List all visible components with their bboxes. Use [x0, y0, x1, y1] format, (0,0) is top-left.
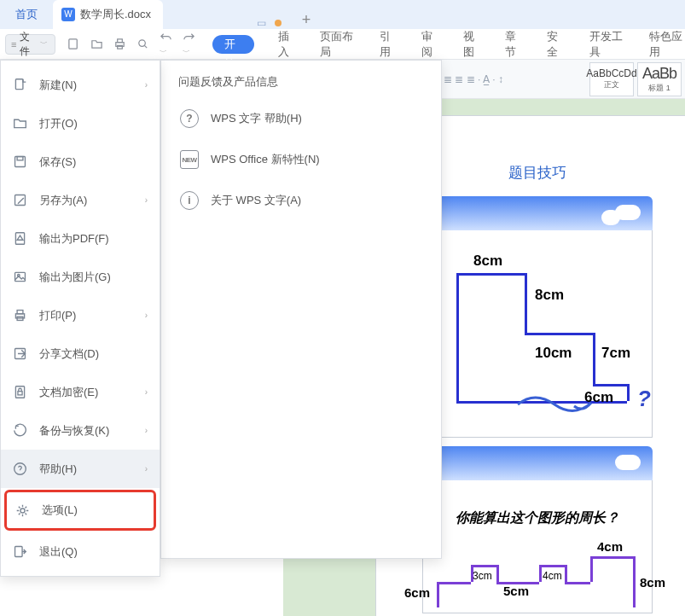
svg-rect-2	[117, 39, 122, 43]
file-menu: 新建(N)› 打开(O) 保存(S) 另存为(A)› 输出为PDF(F) 输出为…	[0, 60, 160, 577]
tab-unsaved-dot	[275, 20, 282, 26]
chevron-right-icon: ›	[145, 195, 148, 205]
dim-mid: 5cm	[503, 584, 529, 598]
tab-document[interactable]: W 数学周长.docx	[53, 0, 163, 29]
qa-new-icon[interactable]	[67, 38, 80, 50]
ribbon-tabs: 开始 插入 页面布局 引用 审阅 视图 章节 安全 开发工具 特色应用	[212, 29, 685, 60]
chevron-right-icon: ›	[145, 311, 148, 320]
svg-point-19	[20, 508, 25, 512]
dim-left: 6cm	[404, 585, 430, 600]
chevron-right-icon: ›	[145, 464, 148, 474]
cloud-icon	[615, 455, 641, 470]
dim-r1: 8cm	[535, 287, 564, 304]
hamburger-icon: ≡	[11, 39, 16, 49]
menu-item-options[interactable]: 选项(L)	[4, 490, 156, 531]
style-normal[interactable]: AaBbCcDd 正文	[589, 62, 634, 96]
ribbon-tab-special[interactable]: 特色应用	[649, 29, 685, 60]
dim-r2: 7cm	[601, 345, 630, 362]
chevron-right-icon: ›	[145, 426, 148, 435]
svg-point-4	[138, 40, 145, 47]
ribbon-tab-devtools[interactable]: 开发工具	[589, 29, 625, 60]
dim-mid: 10cm	[535, 345, 572, 362]
figure-1: 8cm 8cm 10cm 7cm 6cm ?	[422, 196, 653, 438]
tab-home[interactable]: 首页	[0, 0, 53, 29]
figure2-title: 你能算出这个图形的周长？	[428, 509, 647, 527]
l-shape: 8cm 8cm 10cm 7cm 6cm ?	[439, 258, 636, 411]
style-normal-preview: AaBbCcDd	[586, 67, 636, 79]
svg-rect-5	[15, 79, 23, 90]
ribbon-tab-references[interactable]: 引用	[380, 29, 398, 60]
toolbar: ≡ 文件 ﹀ ﹀ ﹀ 开始 插入 页面布局 引用 审阅 视图 章节 安全 开发工…	[0, 29, 685, 60]
menu-item-save[interactable]: 保存(S)	[1, 142, 160, 181]
dim-unknown: ?	[637, 386, 651, 412]
menu-item-share[interactable]: 分享文档(D)	[1, 334, 160, 373]
figure-body: 8cm 8cm 10cm 7cm 6cm ?	[422, 230, 653, 438]
figure-body: 你能算出这个图形的周长？ 6cm 3cm 5cm 4cm 4cm	[422, 480, 653, 613]
qa-print-icon[interactable]	[113, 38, 126, 50]
dim-top: 8cm	[473, 253, 502, 270]
qa-open-icon[interactable]	[90, 38, 103, 50]
tab-document-title: 数学周长.docx	[80, 7, 151, 22]
figure-sky	[422, 196, 653, 230]
qa-preview-icon[interactable]	[136, 38, 149, 50]
submenu-item-about[interactable]: i关于 WPS 文字(A)	[170, 180, 432, 221]
quick-access: ﹀ ﹀	[67, 31, 195, 58]
tab-bar: 首页 W 数学周长.docx ▭ +	[0, 0, 685, 29]
ribbon-tab-review[interactable]: 审阅	[421, 29, 439, 60]
tab-device-icon[interactable]: ▭	[257, 17, 266, 29]
chevron-down-icon: ﹀	[40, 38, 48, 49]
menu-item-exit[interactable]: 退出(Q)	[1, 532, 160, 571]
question-swirl-icon	[516, 394, 593, 415]
ribbon-tab-view[interactable]: 视图	[463, 29, 481, 60]
chevron-right-icon: ›	[145, 387, 148, 397]
tab-indicators: ▭	[257, 17, 282, 29]
submenu-item-new-features[interactable]: NEWWPS Office 新特性(N)	[170, 139, 432, 180]
menu-item-new[interactable]: 新建(N)›	[1, 66, 160, 104]
submenu-item-help[interactable]: ?WPS 文字 帮助(H)	[170, 98, 432, 139]
dim-top: 4cm	[597, 539, 623, 554]
menu-item-image[interactable]: 输出为图片(G)	[1, 258, 160, 296]
svg-rect-3	[117, 45, 122, 49]
svg-rect-20	[15, 547, 23, 557]
castellation-shape: 6cm 3cm 5cm 4cm 4cm 8cm	[428, 539, 659, 607]
menu-item-print[interactable]: 打印(P)›	[1, 296, 160, 334]
ribbon-tab-security[interactable]: 安全	[547, 29, 565, 60]
svg-rect-0	[68, 39, 76, 49]
submenu-header: 问题反馈及产品信息	[170, 73, 432, 98]
style-heading1-name: 标题 1	[648, 83, 670, 94]
doc-type-icon: W	[61, 8, 75, 21]
svg-rect-8	[15, 195, 26, 206]
svg-rect-6	[15, 157, 26, 167]
info-icon: i	[180, 191, 199, 210]
svg-rect-13	[17, 311, 23, 314]
chevron-right-icon: ›	[145, 80, 148, 90]
file-button-label: 文件	[20, 30, 36, 59]
ribbon-tab-pagelayout[interactable]: 页面布局	[320, 29, 356, 60]
svg-rect-9	[15, 233, 24, 245]
qa-redo-icon[interactable]: ﹀	[183, 31, 195, 58]
ribbon-tab-start[interactable]: 开始	[212, 35, 254, 54]
style-heading1[interactable]: AaBb 标题 1	[637, 62, 682, 96]
menu-item-saveas[interactable]: 另存为(A)›	[1, 181, 160, 219]
file-button[interactable]: ≡ 文件 ﹀	[5, 34, 55, 55]
style-heading1-preview: AaBb	[642, 65, 676, 83]
qa-undo-icon[interactable]: ﹀	[160, 31, 172, 58]
paragraph-icons[interactable]: ≣ ≣ ≣ · A̲ · ↕	[444, 73, 503, 85]
tab-add[interactable]: +	[292, 11, 321, 29]
svg-rect-7	[17, 157, 23, 160]
style-gallery: AaBbCcDd 正文 AaBb 标题 1	[589, 62, 685, 96]
svg-rect-17	[18, 392, 22, 395]
new-badge-icon: NEW	[180, 150, 199, 169]
figure-2: 你能算出这个图形的周长？ 6cm 3cm 5cm 4cm 4cm	[422, 446, 653, 613]
menu-item-encrypt[interactable]: 文档加密(E)›	[1, 373, 160, 411]
menu-item-backup[interactable]: 备份与恢复(K)›	[1, 411, 160, 450]
dim-s1: 3cm	[473, 570, 492, 582]
dim-right: 8cm	[640, 575, 665, 590]
ribbon-tab-section[interactable]: 章节	[505, 29, 523, 60]
ribbon-tab-insert[interactable]: 插入	[278, 29, 296, 60]
menu-item-pdf[interactable]: 输出为PDF(F)	[1, 219, 160, 258]
menu-item-help[interactable]: 帮助(H)›	[1, 450, 160, 488]
style-normal-name: 正文	[604, 79, 619, 90]
menu-item-open[interactable]: 打开(O)	[1, 104, 160, 142]
figure-sky	[422, 446, 653, 480]
